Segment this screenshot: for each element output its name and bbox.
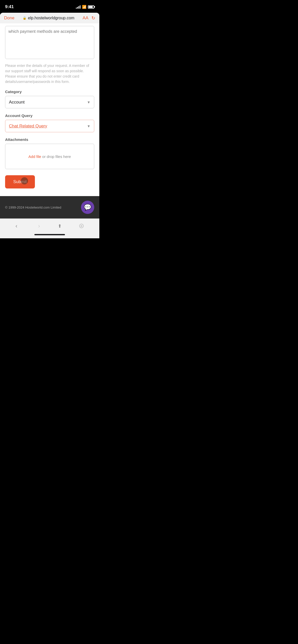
request-textarea[interactable]	[5, 26, 94, 59]
chat-fab-button[interactable]: 💬	[81, 201, 94, 214]
share-icon: ⬆︎	[58, 223, 62, 229]
status-icons: 📶	[76, 5, 94, 9]
textarea-section	[0, 23, 99, 60]
home-indicator	[0, 232, 99, 238]
submit-section: Submit	[0, 169, 99, 196]
attachments-label: Attachments	[5, 137, 94, 142]
account-query-label: Account Query	[5, 113, 94, 118]
category-select-wrapper[interactable]: Account ▼	[5, 96, 94, 108]
account-query-select[interactable]: Chat Related Query	[5, 120, 94, 132]
back-button[interactable]: ‹	[12, 221, 20, 231]
browser-toolbar: Done 🔒 elp.hostelworldgroup.com AA ↻	[0, 13, 99, 23]
page-content: Please enter the details of your request…	[0, 23, 99, 196]
aa-button[interactable]: AA	[83, 16, 88, 21]
page-footer: © 1999-2024 Hostelworld.com Limited 💬	[0, 196, 99, 218]
category-section: Category Account ▼	[0, 84, 99, 108]
drop-text: or drop files here	[41, 154, 71, 159]
bookmarks-button[interactable]: ⦾	[76, 221, 87, 231]
browser-actions: AA ↻	[83, 15, 95, 21]
status-bar: 9:41 📶	[0, 0, 99, 13]
file-dropzone[interactable]: Add file or drop files here	[5, 144, 94, 169]
chat-icon: 💬	[84, 204, 91, 211]
browser-bottom-nav: ‹ › ⬆︎ ⦾	[0, 218, 99, 232]
footer-copyright: © 1999-2024 Hostelworld.com Limited	[5, 206, 61, 209]
dropzone-text: Add file or drop files here	[29, 154, 71, 159]
forward-button[interactable]: ›	[35, 221, 43, 231]
finger-dot	[21, 177, 28, 184]
account-query-section: Account Query Chat Related Query ▼	[0, 108, 99, 132]
category-label: Category	[5, 90, 94, 94]
account-query-select-wrapper[interactable]: Chat Related Query ▼	[5, 120, 94, 132]
wifi-icon: 📶	[82, 5, 86, 9]
add-file-link[interactable]: Add file	[29, 154, 41, 159]
helper-text: Please enter the details of your request…	[0, 63, 99, 84]
status-time: 9:41	[5, 4, 14, 9]
lock-icon: 🔒	[23, 16, 26, 20]
url-bar[interactable]: 🔒 elp.hostelworldgroup.com	[18, 16, 80, 20]
browser-chrome: Done 🔒 elp.hostelworldgroup.com AA ↻	[0, 13, 99, 23]
refresh-button[interactable]: ↻	[91, 15, 95, 21]
submit-button[interactable]: Submit	[5, 175, 35, 188]
done-button[interactable]: Done	[4, 16, 15, 21]
home-bar	[34, 234, 65, 235]
battery-icon	[88, 5, 94, 9]
url-text: elp.hostelworldgroup.com	[28, 16, 74, 20]
signal-icon	[76, 5, 80, 9]
share-button[interactable]: ⬆︎	[58, 223, 62, 229]
category-select[interactable]: Account	[5, 96, 94, 108]
attachments-section: Attachments Add file or drop files here	[0, 132, 99, 169]
